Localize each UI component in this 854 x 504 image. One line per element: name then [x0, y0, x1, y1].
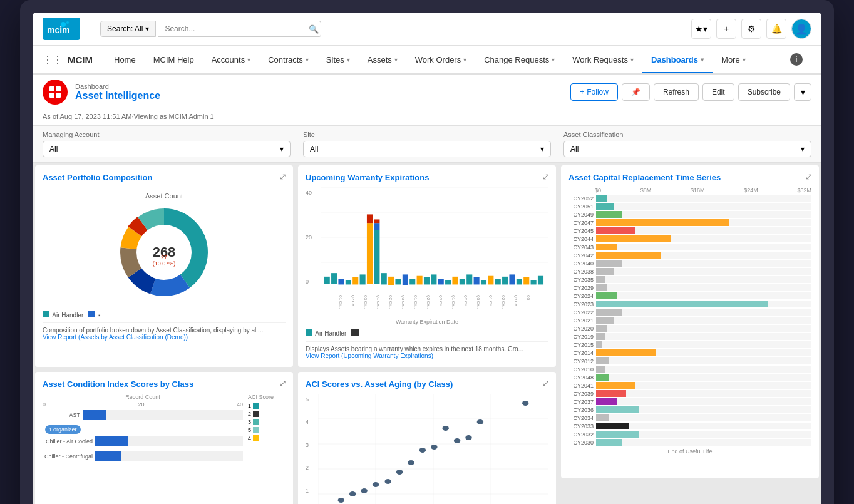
- nav-change-requests[interactable]: Change Requests ▾: [475, 48, 563, 73]
- capital-bar-row: CY2019: [568, 333, 811, 340]
- capital-bar-track: [596, 333, 811, 340]
- site-label: Site: [303, 131, 551, 138]
- aci-row-chiller-ac: Chiller - Air Cooled: [43, 436, 243, 446]
- capital-bar-row: CY2043: [568, 244, 811, 250]
- capital-tick-0: $0: [595, 187, 601, 193]
- warranty-expand[interactable]: ⤢: [542, 172, 550, 182]
- nav-accounts[interactable]: Accounts ▾: [203, 48, 259, 73]
- pin-button[interactable]: 📌: [622, 83, 650, 101]
- capital-year-label: CY2041: [568, 383, 594, 389]
- pin-icon: 📌: [631, 88, 640, 96]
- edit-button[interactable]: Edit: [702, 83, 734, 101]
- organizer-chip[interactable]: 1 organizer: [45, 425, 81, 434]
- svg-rect-42: [452, 277, 458, 285]
- top-bar: mcim Search: All ▾ 🔍 ★▾: [33, 13, 821, 46]
- capital-bar-row: CY2035: [568, 276, 811, 283]
- capital-year-label: CY2030: [568, 440, 594, 446]
- nav-dashboards[interactable]: Dashboards ▾: [642, 48, 713, 73]
- capital-year-label: CY2034: [568, 415, 594, 421]
- more-actions-button[interactable]: ▾: [794, 83, 811, 101]
- nav-home[interactable]: Home: [105, 48, 145, 73]
- asset-portfolio-title: Asset Portfolio Composition: [43, 173, 286, 182]
- svg-text:Q3 CY...: Q3 CY...: [401, 295, 405, 309]
- capital-bar-row: CY2042: [568, 252, 811, 259]
- svg-point-1: [61, 22, 66, 27]
- capital-bar-fill: [596, 309, 622, 316]
- portfolio-legend: Air Handler ▪: [43, 311, 286, 319]
- scatter-plot-area: [318, 394, 548, 504]
- capital-year-label: CY2029: [568, 285, 594, 291]
- capital-y-axis-label: End of Useful Life: [568, 448, 811, 455]
- capital-bar-track: [596, 284, 811, 291]
- svg-point-95: [477, 419, 484, 424]
- sites-chevron: ▾: [347, 56, 350, 63]
- settings-button[interactable]: ⚙: [741, 19, 761, 39]
- notifications-button[interactable]: 🔔: [766, 19, 786, 39]
- accounts-chevron: ▾: [247, 56, 250, 63]
- managing-account-select[interactable]: All ▾: [43, 141, 291, 157]
- capital-bar-fill: [596, 203, 614, 210]
- capital-bar-fill: [596, 260, 622, 267]
- app-grid-button[interactable]: ⋮⋮: [43, 49, 63, 69]
- svg-rect-33: [388, 277, 394, 285]
- search-type-dropdown[interactable]: Search: All ▾: [100, 21, 156, 37]
- aci-x-ticks: 0 20 40: [43, 401, 243, 408]
- capital-bar-track: [596, 366, 811, 373]
- aci-tick-20: 20: [138, 401, 144, 408]
- nav-info[interactable]: i: [781, 46, 811, 75]
- capital-bar-track: [596, 406, 811, 413]
- svg-rect-5: [49, 93, 54, 98]
- capital-year-label: CY2015: [568, 342, 594, 348]
- capital-bar-row: CY2010: [568, 366, 811, 373]
- legend-item-2: ▪: [88, 311, 100, 319]
- svg-text:Q2 CY...: Q2 CY...: [389, 295, 393, 309]
- capital-bar-track: [596, 244, 811, 250]
- add-button[interactable]: +: [716, 19, 736, 39]
- svg-rect-27: [367, 223, 373, 284]
- asset-classification-select[interactable]: All ▾: [563, 141, 811, 157]
- portfolio-report-link[interactable]: View Report (Assets by Asset Classificat…: [43, 334, 188, 341]
- asset-portfolio-expand[interactable]: ⤢: [279, 172, 287, 182]
- aci-aging-expand[interactable]: ⤢: [542, 378, 550, 388]
- legend-label-air-handler: Air Handler: [52, 312, 83, 319]
- nav-work-requests[interactable]: Work Requests ▾: [563, 48, 642, 73]
- capital-year-label: CY2040: [568, 260, 594, 267]
- svg-rect-6: [56, 93, 61, 98]
- nav-more[interactable]: More ▾: [713, 48, 754, 73]
- svg-text:Q1 CY...: Q1 CY...: [489, 295, 493, 309]
- capital-chart: $0 $8M $16M $24M $32M CY2052CY2051CY2049…: [568, 187, 811, 455]
- nav-sites-label: Sites: [326, 55, 344, 64]
- svg-text:Q3 CY...: Q3 CY...: [439, 295, 443, 309]
- user-avatar[interactable]: 👤: [791, 19, 811, 39]
- follow-button[interactable]: + Follow: [570, 83, 618, 101]
- aci-label-chiller-cf: Chiller - Centrifugal: [43, 453, 93, 460]
- donut-chart-container: Asset Count: [43, 187, 286, 307]
- nav-assets[interactable]: Assets ▾: [359, 48, 406, 73]
- svg-rect-25: [352, 277, 358, 284]
- nav-work-orders[interactable]: Work Orders ▾: [406, 48, 475, 73]
- nav-mcim-help[interactable]: MCIM Help: [145, 48, 203, 73]
- refresh-button[interactable]: Refresh: [654, 83, 699, 101]
- search-input[interactable]: [158, 21, 321, 37]
- capital-bar-track: [596, 219, 811, 226]
- capital-bar-track: [596, 382, 811, 389]
- nav-sites[interactable]: Sites ▾: [317, 48, 359, 73]
- svg-rect-54: [538, 276, 543, 285]
- svg-rect-49: [502, 277, 508, 285]
- aci-scores-expand[interactable]: ⤢: [279, 378, 287, 388]
- capital-bar-fill: [596, 414, 609, 421]
- app-name: MCIM: [68, 54, 93, 65]
- aci-fill-chiller-cf: [95, 451, 121, 461]
- svg-point-84: [349, 491, 356, 496]
- capital-bar-track: [596, 211, 811, 218]
- site-select[interactable]: All ▾: [303, 141, 551, 157]
- capital-expand[interactable]: ⤢: [805, 172, 813, 182]
- aci-score-4: 4: [248, 435, 286, 441]
- aci-scores-widget: Asset Condition Index Scores by Class ⤢ …: [35, 372, 293, 504]
- favorites-button[interactable]: ★▾: [691, 19, 711, 39]
- capital-bar-row: CY2024: [568, 292, 811, 299]
- nav-contracts[interactable]: Contracts ▾: [259, 48, 317, 73]
- warranty-report-link[interactable]: View Report (Upcoming Warranty Expiratio…: [306, 352, 433, 359]
- aci-fill-ast: [83, 410, 106, 420]
- subscribe-button[interactable]: Subscribe: [738, 83, 790, 101]
